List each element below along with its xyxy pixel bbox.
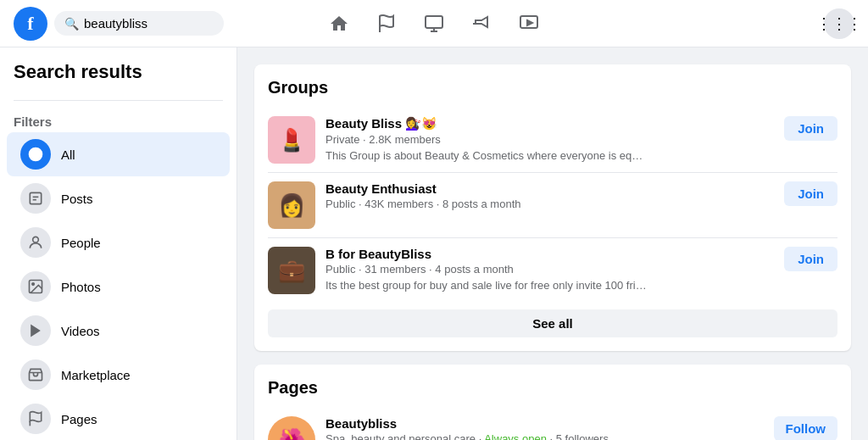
group-thumb-2: 💼: [268, 247, 315, 294]
search-box[interactable]: 🔍: [54, 11, 224, 36]
page-meta-prefix-0: Spa, beauty and personal care ·: [326, 432, 484, 440]
group-desc-2: Its the best group for buy and sale live…: [326, 279, 648, 292]
facebook-logo[interactable]: f: [14, 7, 47, 41]
join-button-2[interactable]: Join: [784, 247, 837, 271]
videos-icon: [20, 315, 51, 346]
group-desc-0: This Group is about Beauty & Cosmetics w…: [326, 149, 648, 162]
main-layout: Search results Filters All Posts People: [0, 47, 868, 440]
search-results-title: Search results: [0, 61, 236, 93]
group-thumb-0: 💄: [268, 116, 315, 164]
join-button-0[interactable]: Join: [784, 116, 837, 141]
people-icon: [20, 227, 51, 258]
marketplace-icon: [20, 359, 51, 390]
pages-card: Pages 🌺 Beautybliss Spa, beauty and pers…: [254, 365, 851, 440]
group-meta-2: Public · 31 members · 4 posts a month: [326, 263, 774, 276]
page-name-0: Beautybliss: [326, 416, 764, 431]
monitor-nav-button[interactable]: [414, 3, 454, 44]
join-button-1[interactable]: Join: [784, 181, 837, 206]
group-name-0: Beauty Bliss 💇‍♀️😻: [326, 116, 774, 131]
groups-section-title: Groups: [268, 78, 837, 97]
posts-icon: [20, 183, 51, 214]
group-info-2: B for BeautyBliss Public · 31 members · …: [326, 247, 774, 292]
nav-left: f 🔍: [14, 7, 224, 41]
posts-label: Posts: [61, 192, 93, 206]
sidebar: Search results Filters All Posts People: [0, 47, 237, 440]
group-name-2: B for BeautyBliss: [326, 247, 774, 261]
always-open-0: Always open: [484, 432, 547, 440]
group-info-0: Beauty Bliss 💇‍♀️😻 Private · 2.8K member…: [326, 116, 774, 162]
group-action-2: Join: [784, 247, 837, 271]
group-action-1: Join: [784, 181, 837, 206]
pages-icon: [20, 404, 51, 434]
nav-center-icons: [319, 3, 549, 44]
svg-marker-5: [527, 20, 532, 25]
sidebar-divider-1: [14, 100, 223, 101]
photos-label: Photos: [61, 280, 101, 294]
marketplace-label: Marketplace: [61, 368, 131, 382]
group-meta-1: Public · 43K members · 8 posts a month: [326, 198, 774, 210]
page-item-0: 🌺 Beautybliss Spa, beauty and personal c…: [268, 408, 837, 440]
main-content: Groups 💄 Beauty Bliss 💇‍♀️😻 Private · 2.…: [237, 47, 868, 440]
group-meta-0: Private · 2.8K members: [326, 133, 774, 146]
group-name-1: Beauty Enthusiast: [326, 181, 774, 196]
sidebar-item-pages[interactable]: Pages: [7, 397, 230, 440]
sidebar-item-marketplace[interactable]: Marketplace: [7, 353, 230, 397]
nav-right: ⋮⋮⋮: [824, 8, 854, 39]
group-thumb-1: 👩: [268, 181, 315, 229]
svg-point-12: [32, 283, 35, 286]
sidebar-item-videos[interactable]: Videos: [7, 309, 230, 353]
people-label: People: [61, 236, 101, 250]
pages-section-title: Pages: [268, 378, 837, 398]
filters-label: Filters: [0, 108, 236, 132]
svg-marker-13: [31, 325, 41, 337]
see-all-groups-button[interactable]: See all: [268, 309, 837, 337]
svg-rect-1: [426, 16, 442, 28]
search-input[interactable]: [84, 16, 203, 31]
grid-button[interactable]: ⋮⋮⋮: [824, 8, 854, 39]
groups-card: Groups 💄 Beauty Bliss 💇‍♀️😻 Private · 2.…: [254, 64, 851, 351]
sidebar-item-photos[interactable]: Photos: [7, 265, 230, 309]
group-item-0: 💄 Beauty Bliss 💇‍♀️😻 Private · 2.8K memb…: [268, 108, 837, 173]
play-nav-button[interactable]: [509, 3, 549, 44]
all-label: All: [61, 148, 75, 162]
photos-icon: [20, 271, 51, 302]
sidebar-item-people[interactable]: People: [7, 220, 230, 265]
top-navigation: f 🔍 ⋮⋮⋮: [0, 0, 868, 47]
home-nav-button[interactable]: [319, 3, 359, 44]
page-action-0: Follow: [774, 416, 838, 440]
facebook-logo-f: f: [27, 13, 33, 35]
svg-point-10: [33, 237, 39, 242]
megaphone-nav-button[interactable]: [461, 3, 502, 44]
page-thumb-0: 🌺: [268, 416, 315, 440]
flag-nav-button[interactable]: [366, 3, 407, 44]
follow-button-0[interactable]: Follow: [774, 416, 838, 440]
pages-label: Pages: [61, 412, 97, 426]
videos-label: Videos: [61, 324, 100, 338]
sidebar-item-all[interactable]: All: [7, 132, 230, 176]
all-icon: [20, 139, 51, 170]
page-meta-suffix-0: · 5 followers: [547, 432, 609, 440]
group-action-0: Join: [784, 116, 837, 141]
page-info-0: Beautybliss Spa, beauty and personal car…: [326, 416, 764, 440]
sidebar-item-posts[interactable]: Posts: [7, 176, 230, 220]
svg-rect-7: [30, 192, 41, 203]
search-icon: 🔍: [64, 17, 79, 31]
group-item-1: 👩 Beauty Enthusiast Public · 43K members…: [268, 173, 837, 238]
page-meta-0: Spa, beauty and personal care · Always o…: [326, 432, 764, 440]
group-item-2: 💼 B for BeautyBliss Public · 31 members …: [268, 238, 837, 303]
group-info-1: Beauty Enthusiast Public · 43K members ·…: [326, 181, 774, 210]
